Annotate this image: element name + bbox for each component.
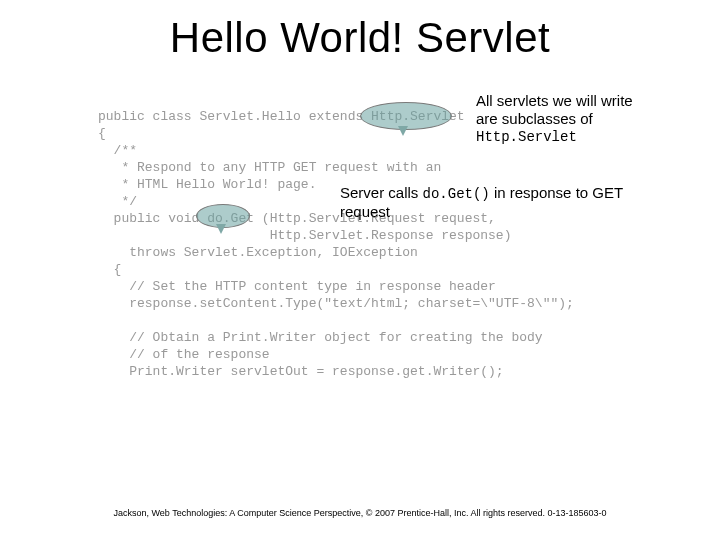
callout-httpservlet-tail bbox=[398, 126, 408, 136]
annot1-line2: are subclasses of bbox=[476, 110, 696, 128]
annot2-mono: do.Get() bbox=[423, 186, 490, 202]
annot2-suffix: in response to GET bbox=[490, 184, 623, 201]
footer-citation: Jackson, Web Technologies: A Computer Sc… bbox=[0, 508, 720, 518]
annot2-line2: request bbox=[340, 203, 700, 221]
annot2-prefix: Server calls bbox=[340, 184, 423, 201]
annot1-line1: All servlets we will write bbox=[476, 92, 696, 110]
code-block: public class Servlet.Hello extends Http.… bbox=[98, 108, 574, 380]
annotation-httpservlet: All servlets we will write are subclasse… bbox=[476, 92, 696, 146]
annot1-line3: Http.Servlet bbox=[476, 128, 696, 146]
slide-title: Hello World! Servlet bbox=[0, 14, 720, 62]
callout-doget-tail bbox=[216, 224, 226, 234]
annotation-doget: Server calls do.Get() in response to GET… bbox=[340, 184, 700, 221]
annot2-line1: Server calls do.Get() in response to GET bbox=[340, 184, 700, 203]
